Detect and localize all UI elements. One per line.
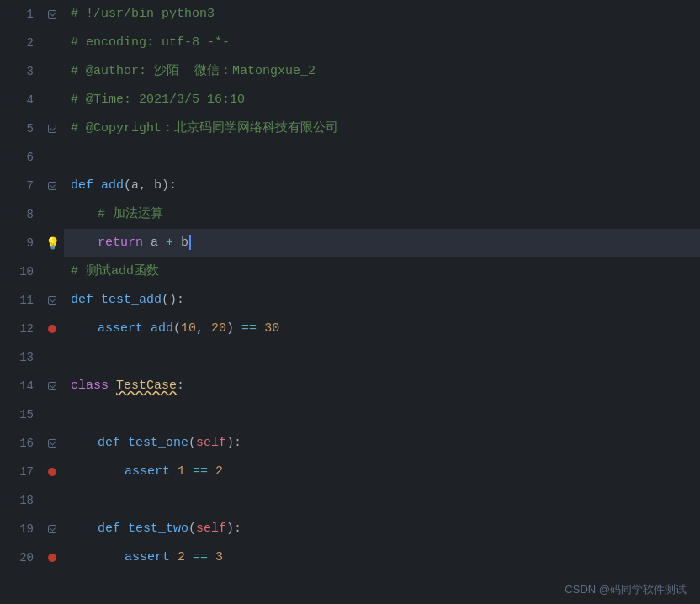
gutter-cell — [40, 114, 64, 143]
gutter-cell: 💡 — [40, 229, 64, 257]
fold-arrow-icon[interactable] — [48, 296, 56, 305]
gutter-cell — [40, 429, 64, 458]
line-number: 15 — [19, 400, 34, 429]
gutter-cell — [40, 200, 64, 229]
code-area: 1234567891011121314151617181920 💡 # !/us… — [0, 0, 700, 604]
line-number: 9 — [27, 229, 34, 257]
watermark: CSDN @码同学软件测试 — [565, 582, 687, 597]
line-number: 6 — [27, 143, 34, 172]
line-number: 16 — [19, 429, 34, 458]
gutter-cell — [40, 372, 64, 400]
code-line: # 测试add函数 — [64, 257, 700, 286]
gutter-cell — [40, 286, 64, 315]
line-number: 14 — [19, 372, 34, 400]
fold-arrow-icon[interactable] — [48, 525, 56, 533]
code-line: # 加法运算 — [64, 200, 700, 229]
line-number: 19 — [19, 515, 34, 543]
breakpoint-icon[interactable] — [48, 468, 56, 476]
text-cursor — [189, 235, 191, 250]
lightbulb-icon[interactable]: 💡 — [45, 236, 60, 251]
line-number: 13 — [19, 343, 34, 372]
code-line: assert 2 == 3 — [64, 543, 700, 572]
line-numbers: 1234567891011121314151617181920 — [0, 0, 40, 604]
breakpoint-icon[interactable] — [48, 554, 56, 562]
fold-arrow-icon[interactable] — [48, 125, 56, 133]
code-line: # !/usr/bin python3 — [64, 0, 700, 29]
fold-arrow-icon[interactable] — [48, 10, 56, 19]
gutter-cell — [40, 86, 64, 114]
gutter-cell — [40, 57, 64, 86]
code-editor: 1234567891011121314151617181920 💡 # !/us… — [0, 0, 700, 604]
gutter-cell — [40, 343, 64, 372]
code-line: # @Copyright：北京码同学网络科技有限公司 — [64, 114, 700, 143]
code-line — [64, 486, 700, 515]
code-line — [64, 400, 700, 429]
line-number: 8 — [27, 200, 34, 229]
gutter-cell — [40, 458, 64, 486]
line-number: 20 — [19, 543, 34, 572]
line-number: 1 — [27, 0, 34, 29]
line-number: 7 — [27, 172, 34, 200]
line-number: 3 — [27, 57, 34, 86]
gutter-cell — [40, 543, 64, 572]
gutter-cell — [40, 257, 64, 286]
code-line: def test_two(self): — [64, 515, 700, 543]
fold-arrow-icon[interactable] — [48, 439, 56, 448]
gutter-cell — [40, 486, 64, 515]
code-line: assert add(10, 20) == 30 — [64, 315, 700, 343]
breakpoint-icon[interactable] — [48, 325, 56, 333]
gutter-cell — [40, 0, 64, 29]
code-line: def add(a, b): — [64, 172, 700, 200]
gutter-cell — [40, 315, 64, 343]
code-line: assert 1 == 2 — [64, 458, 700, 486]
gutter-cell — [40, 143, 64, 172]
code-line: return a + b — [64, 229, 700, 257]
line-number: 10 — [19, 257, 34, 286]
line-number: 5 — [27, 114, 34, 143]
fold-arrow-icon[interactable] — [48, 382, 56, 390]
line-number: 12 — [19, 315, 34, 343]
fold-arrow-icon[interactable] — [48, 182, 56, 190]
gutter-cell — [40, 172, 64, 200]
code-line: class TestCase: — [64, 372, 700, 400]
code-line: def test_one(self): — [64, 429, 700, 458]
code-line: def test_add(): — [64, 286, 700, 315]
gutter-cell — [40, 400, 64, 429]
code-lines: # !/usr/bin python3# encoding: utf-8 -*-… — [64, 0, 700, 604]
code-line — [64, 143, 700, 172]
code-line: # encoding: utf-8 -*- — [64, 29, 700, 57]
gutter-cell — [40, 29, 64, 57]
line-number: 17 — [19, 458, 34, 486]
gutter: 💡 — [40, 0, 64, 604]
line-number: 4 — [27, 86, 34, 114]
line-number: 11 — [19, 286, 34, 315]
line-number: 18 — [19, 486, 34, 515]
code-line: # @Time: 2021/3/5 16:10 — [64, 86, 700, 114]
code-line: # @author: 沙陌 微信：Matongxue_2 — [64, 57, 700, 86]
line-number: 2 — [27, 29, 34, 57]
gutter-cell — [40, 515, 64, 543]
code-line — [64, 343, 700, 372]
